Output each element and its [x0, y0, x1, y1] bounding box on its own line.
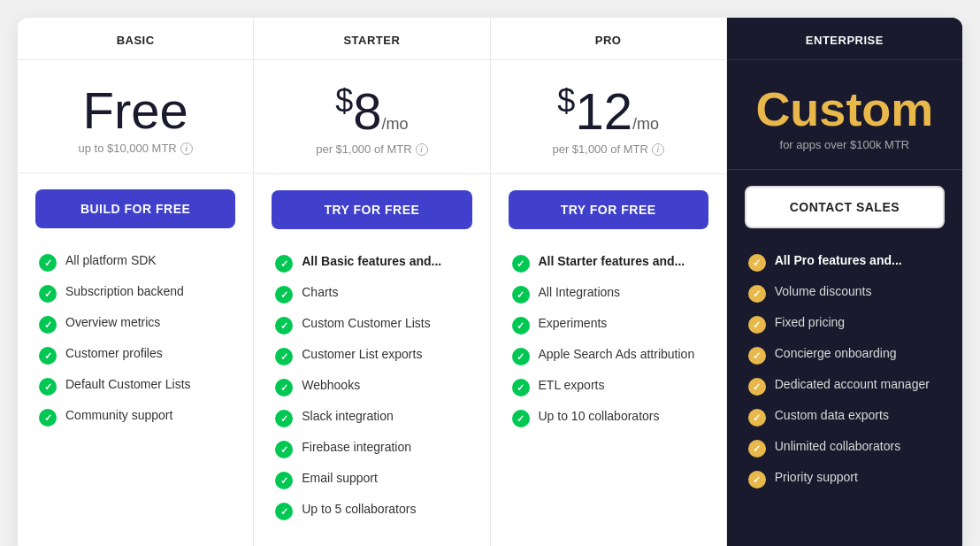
check-icon: ✓ — [275, 286, 293, 304]
feature-item: ✓Concierge onboarding — [748, 346, 941, 365]
basic-cta-button[interactable]: BUILD FOR FREE — [35, 189, 235, 228]
feature-label: All platform SDK — [65, 253, 157, 267]
feature-item: ✓Charts — [275, 285, 468, 304]
check-icon: ✓ — [748, 285, 766, 303]
feature-label: Webhooks — [302, 378, 360, 392]
feature-label: Volume discounts — [775, 284, 872, 298]
feature-label: All Integrations — [539, 285, 621, 299]
pro-cta-button[interactable]: TRY FOR FREE — [509, 190, 708, 229]
feature-label: Fixed pricing — [775, 315, 845, 329]
feature-item: ✓Custom Customer Lists — [275, 316, 468, 335]
info-icon[interactable]: i — [416, 143, 428, 156]
basic-features: ✓All platform SDK✓Subscription backend✓O… — [18, 244, 253, 546]
feature-item: ✓Fixed pricing — [748, 315, 941, 334]
feature-label: All Starter features and... — [539, 254, 685, 268]
feature-label: Dedicated account manager — [775, 377, 930, 391]
check-icon: ✓ — [275, 255, 293, 273]
feature-item: ✓Customer List exports — [275, 347, 468, 365]
feature-item: ✓Overview metrics — [39, 315, 232, 334]
check-icon: ✓ — [748, 409, 766, 427]
feature-item: ✓Subscription backend — [39, 284, 232, 303]
feature-item: ✓All platform SDK — [39, 253, 232, 272]
currency-symbol: $ — [335, 82, 353, 119]
feature-label: ETL exports — [539, 378, 605, 392]
check-icon: ✓ — [275, 503, 293, 520]
starter-price-sub: per $1,000 of MTR i — [275, 142, 468, 156]
feature-label: Slack integration — [302, 409, 394, 423]
feature-item: ✓Slack integration — [275, 409, 468, 427]
feature-item: ✓Firebase integration — [275, 440, 468, 458]
feature-label: All Pro features and... — [775, 253, 902, 267]
check-icon: ✓ — [512, 410, 530, 427]
basic-pricing: Freeup to $10,000 MTR i — [18, 60, 253, 173]
check-icon: ✓ — [748, 378, 766, 396]
check-icon: ✓ — [512, 379, 530, 396]
feature-item: ✓Unlimited collaborators — [748, 439, 941, 458]
pro-price-sub: per $1,000 of MTR i — [512, 142, 705, 156]
check-icon: ✓ — [748, 471, 766, 488]
basic-header: BASIC — [18, 18, 253, 60]
feature-item: ✓Custom data exports — [748, 408, 941, 427]
info-icon[interactable]: i — [180, 142, 193, 155]
feature-item: ✓All Basic features and... — [275, 254, 468, 273]
check-icon: ✓ — [39, 347, 57, 365]
starter-cta-button[interactable]: TRY FOR FREE — [272, 190, 471, 229]
feature-label: Up to 10 collaborators — [539, 409, 660, 423]
check-icon: ✓ — [512, 286, 530, 304]
check-icon: ✓ — [512, 348, 530, 365]
feature-label: Overview metrics — [65, 315, 160, 329]
check-icon: ✓ — [512, 255, 530, 273]
feature-item: ✓All Integrations — [512, 285, 705, 304]
plan-basic: BASICFreeup to $10,000 MTR iBUILD FOR FR… — [18, 18, 254, 546]
info-icon[interactable]: i — [652, 143, 664, 156]
plan-enterprise: ENTERPRISECustomfor apps over $100k MTRC… — [727, 18, 962, 546]
feature-item: ✓Community support — [39, 408, 232, 427]
price-period: /mo — [382, 115, 409, 133]
check-icon: ✓ — [275, 410, 293, 427]
feature-label: Charts — [302, 285, 338, 299]
basic-price-sub: up to $10,000 MTR i — [39, 142, 232, 155]
check-icon: ✓ — [275, 472, 293, 489]
starter-header: STARTER — [254, 18, 489, 60]
feature-label: Priority support — [775, 470, 858, 484]
price-period: /mo — [632, 115, 659, 133]
check-icon: ✓ — [39, 254, 57, 272]
feature-item: ✓Webhooks — [275, 378, 468, 396]
currency-symbol: $ — [557, 82, 575, 119]
pro-features: ✓All Starter features and...✓All Integra… — [491, 245, 726, 546]
enterprise-header: ENTERPRISE — [727, 18, 962, 60]
check-icon: ✓ — [748, 254, 766, 272]
feature-label: Unlimited collaborators — [775, 439, 900, 453]
check-icon: ✓ — [275, 379, 293, 396]
enterprise-pricing: Customfor apps over $100k MTR — [727, 60, 962, 170]
feature-label: Concierge onboarding — [775, 346, 897, 360]
feature-label: Customer profiles — [65, 346, 163, 360]
check-icon: ✓ — [39, 285, 57, 303]
check-icon: ✓ — [512, 317, 530, 335]
starter-price: $8/mo — [275, 85, 468, 137]
feature-label: Default Customer Lists — [65, 377, 191, 391]
pro-price: $12/mo — [512, 85, 705, 137]
pricing-table: BASICFreeup to $10,000 MTR iBUILD FOR FR… — [18, 18, 962, 546]
feature-item: ✓Priority support — [748, 470, 941, 488]
feature-item: ✓Experiments — [512, 316, 705, 335]
pro-pricing: $12/moper $1,000 of MTR i — [491, 60, 726, 174]
feature-item: ✓Up to 5 collaborators — [275, 502, 468, 520]
feature-label: All Basic features and... — [302, 254, 441, 268]
feature-item: ✓Dedicated account manager — [748, 377, 941, 396]
starter-pricing: $8/moper $1,000 of MTR i — [254, 60, 489, 174]
check-icon: ✓ — [748, 316, 766, 334]
enterprise-cta-button[interactable]: CONTACT SALES — [745, 186, 945, 228]
feature-label: Subscription backend — [65, 284, 184, 298]
feature-label: Customer List exports — [302, 347, 422, 361]
feature-label: Email support — [302, 471, 378, 485]
pro-header: PRO — [491, 18, 726, 60]
feature-item: ✓Apple Search Ads attribution — [512, 347, 705, 365]
feature-item: ✓All Pro features and... — [748, 253, 941, 272]
check-icon: ✓ — [39, 316, 57, 334]
feature-label: Firebase integration — [302, 440, 411, 454]
check-icon: ✓ — [275, 317, 293, 335]
feature-label: Up to 5 collaborators — [302, 502, 416, 516]
starter-features: ✓All Basic features and...✓Charts✓Custom… — [254, 245, 489, 546]
check-icon: ✓ — [39, 378, 57, 396]
